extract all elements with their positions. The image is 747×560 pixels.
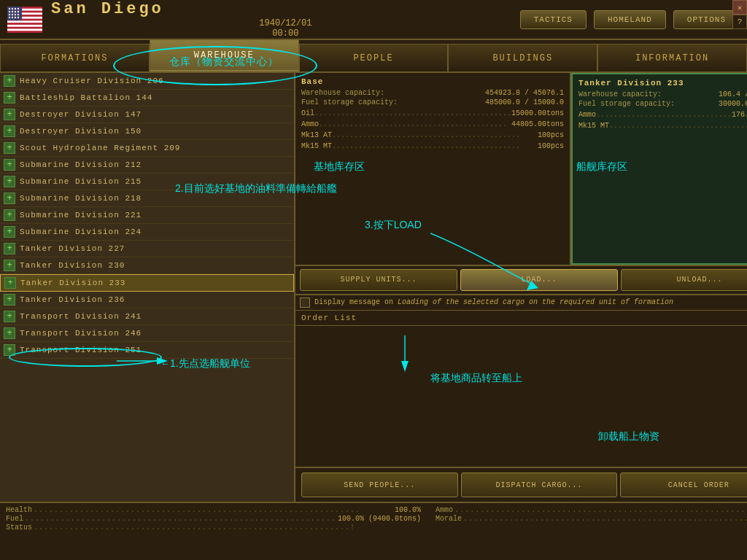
inventory-item: Mk13 AT ................................…: [301, 130, 564, 141]
health-status: Health .................................…: [6, 506, 421, 514]
unload-button[interactable]: UNLOAD...: [621, 269, 747, 291]
unit-expand-icon[interactable]: +: [4, 311, 15, 322]
fuel-label: Fuel: [6, 515, 23, 523]
unit-row[interactable]: + Heavy Cruiser Division 206: [0, 73, 294, 90]
fuel-dots: ........................................…: [25, 515, 336, 523]
svg-point-20: [18, 10, 19, 12]
status-dots: ........................................…: [34, 524, 747, 532]
unit-row[interactable]: + Tanker Division 230: [0, 257, 294, 274]
send-people-button[interactable]: SEND PEOPLE...: [301, 472, 458, 497]
bottom-buttons: SEND PEOPLE... DISPATCH CARGO... CANCEL …: [295, 467, 747, 502]
unit-row[interactable]: + Submarine Division 215: [0, 174, 294, 190]
tanker-warehouse-value: 106.4 / 193.5: [719, 90, 747, 98]
unit-expand-icon[interactable]: +: [4, 142, 15, 154]
unit-name: Transport Division 241: [20, 312, 142, 321]
order-content: [295, 326, 747, 467]
unit-expand-icon[interactable]: +: [4, 209, 15, 221]
unit-expand-icon[interactable]: +: [4, 109, 15, 120]
unit-row[interactable]: + Scout Hydroplane Regiment 209: [0, 140, 294, 157]
top-bar: San Diego 1940/12/01 00:00 TACTICS HOMEL…: [0, 0, 747, 40]
unit-row[interactable]: + Tanker Division 236: [0, 292, 294, 308]
unit-name: Destroyer Division 150: [20, 127, 142, 136]
cancel-order-button[interactable]: CANCEL ORDER: [620, 472, 747, 497]
unit-expand-icon[interactable]: +: [4, 92, 15, 104]
tanker-title: Tanker Division 233: [578, 79, 747, 88]
unit-row[interactable]: + Transport Division 241: [0, 308, 294, 325]
unit-name: Submarine Division 224: [20, 228, 142, 236]
supply-units-button[interactable]: SUPPLY UNITS...: [300, 269, 457, 291]
fuel-status: Fuel ...................................…: [6, 515, 421, 523]
tab-formations[interactable]: FORMATIONS: [0, 44, 150, 71]
unit-expand-icon[interactable]: +: [4, 277, 16, 289]
tab-people[interactable]: PEOPLE: [299, 44, 449, 71]
order-section: Order List SEND PEOPLE... DISPATCH CARGO…: [295, 311, 747, 502]
svg-point-14: [12, 7, 13, 9]
unit-row[interactable]: + Battleship Battalion 144: [0, 90, 294, 106]
unit-name: Scout Hydroplane Regiment 209: [20, 144, 180, 152]
unit-row[interactable]: + Tanker Division 227: [0, 241, 294, 257]
base-warehouse-value: 454923.8 / 45076.1: [485, 89, 564, 97]
date-time: 1940/12/01 00:00: [51, 18, 520, 39]
tab-buildings[interactable]: BUILDINGS: [448, 44, 597, 71]
top-nav: TACTICS HOMELAND OPTIONS: [520, 10, 740, 29]
tactics-button[interactable]: TACTICS: [520, 10, 587, 29]
tab-warehouse[interactable]: WAREHOUSE 仓库（物资交流中心）: [150, 39, 299, 71]
unit-expand-icon[interactable]: +: [4, 192, 15, 204]
unit-row[interactable]: + Transport Division 251: [0, 342, 294, 359]
morale-status: Morale .................................…: [436, 515, 747, 523]
unit-expand-icon[interactable]: +: [4, 226, 15, 238]
close-button[interactable]: ✕: [732, 0, 747, 15]
tanker-fuel-label: Fuel storage capacity:: [578, 100, 675, 108]
svg-rect-11: [7, 28, 42, 31]
base-fuel-value: 485000.0 / 15000.0: [485, 98, 564, 106]
inventory-item: Mk15 MT ................................…: [578, 120, 747, 131]
unit-expand-icon[interactable]: +: [4, 125, 15, 137]
unit-expand-icon[interactable]: +: [4, 159, 15, 171]
help-button[interactable]: ?: [732, 15, 747, 29]
load-button[interactable]: LOAD...: [460, 269, 618, 291]
options-button[interactable]: OPTIONS: [673, 10, 740, 29]
dispatch-cargo-button[interactable]: DISPATCH CARGO...: [461, 472, 618, 497]
unit-expand-icon[interactable]: +: [4, 75, 15, 87]
unit-expand-icon[interactable]: +: [4, 294, 15, 306]
health-value: 100.0%: [395, 506, 421, 514]
svg-point-17: [9, 10, 10, 12]
unit-row[interactable]: + Submarine Division 212: [0, 157, 294, 174]
unit-name: Tanker Division 236: [20, 295, 125, 304]
message-checkbox[interactable]: [300, 298, 310, 308]
ammo-status: Ammo ...................................…: [436, 506, 747, 514]
unit-name: Tanker Division 233: [20, 279, 125, 287]
svg-point-15: [15, 7, 16, 9]
svg-point-13: [9, 7, 10, 9]
svg-point-23: [15, 13, 16, 15]
unit-row[interactable]: + Submarine Division 218: [0, 190, 294, 207]
unit-row[interactable]: + Transport Division 246: [0, 325, 294, 342]
base-inventory: Oil ....................................…: [301, 108, 564, 152]
inventory-item: Oil ....................................…: [301, 108, 564, 119]
svg-rect-9: [7, 20, 42, 23]
unit-row[interactable]: + Destroyer Division 150: [0, 123, 294, 140]
unit-name: Tanker Division 227: [20, 244, 125, 253]
unit-row[interactable]: + Submarine Division 221: [0, 207, 294, 224]
svg-point-19: [15, 10, 16, 12]
inventory-item: Ammo ...................................…: [578, 109, 747, 120]
tab-information[interactable]: INFORMATION: [597, 44, 747, 71]
message-label: Display message on: [314, 298, 393, 306]
status-label: Status: [6, 524, 32, 532]
unit-row[interactable]: + Destroyer Division 147: [0, 106, 294, 123]
unit-expand-icon[interactable]: +: [4, 260, 15, 271]
ammo-dots: ........................................…: [454, 506, 747, 514]
warehouse-area: Base Warehouse capacity: 454923.8 / 4507…: [295, 73, 747, 266]
unit-expand-icon[interactable]: +: [4, 176, 15, 187]
unit-row[interactable]: + Tanker Division 233: [0, 274, 294, 292]
svg-point-21: [9, 13, 10, 15]
unit-expand-icon[interactable]: +: [4, 243, 15, 254]
unit-name: Battleship Battalion 144: [20, 93, 152, 102]
homeland-button[interactable]: HOMELAND: [594, 10, 666, 29]
unit-row[interactable]: + Submarine Division 224: [0, 224, 294, 241]
unit-expand-icon[interactable]: +: [4, 327, 15, 339]
svg-point-18: [12, 10, 13, 12]
unit-expand-icon[interactable]: +: [4, 344, 15, 356]
inventory-item: Mk15 MT ................................…: [301, 141, 564, 152]
health-dots: ........................................…: [34, 506, 393, 514]
